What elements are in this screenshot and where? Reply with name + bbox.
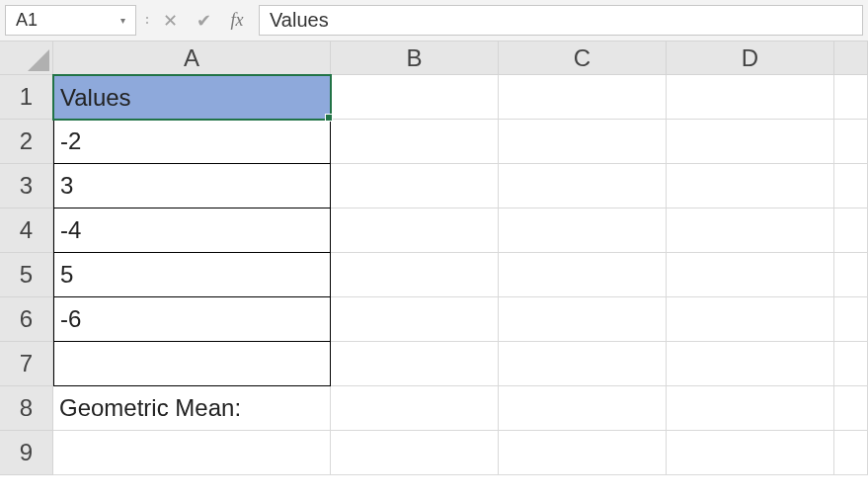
- cell-D9[interactable]: [667, 431, 834, 475]
- row-header-2[interactable]: 2: [0, 120, 53, 164]
- row-1: 1 Values: [0, 75, 868, 120]
- cell-E9[interactable]: [834, 431, 868, 475]
- cell-D5[interactable]: [667, 253, 834, 297]
- spreadsheet-grid: A B C D 1 Values 2 -2 3 3 4 -4 5: [0, 42, 868, 475]
- cell-E6[interactable]: [834, 297, 868, 342]
- row-header-4[interactable]: 4: [0, 208, 53, 253]
- insert-function-button[interactable]: fx: [221, 5, 253, 37]
- cell-C8[interactable]: [499, 386, 667, 431]
- cell-A4[interactable]: -4: [53, 208, 331, 253]
- cell-E2[interactable]: [834, 120, 868, 164]
- col-header-D[interactable]: D: [667, 42, 834, 75]
- cell-E7[interactable]: [834, 342, 868, 386]
- cell-B9[interactable]: [331, 431, 499, 475]
- row-2: 2 -2: [0, 120, 868, 164]
- grip-icon: [142, 5, 152, 37]
- col-header-extra: [834, 42, 868, 75]
- cell-D4[interactable]: [667, 208, 834, 253]
- cell-B3[interactable]: [331, 164, 499, 208]
- cell-B8[interactable]: [331, 386, 499, 431]
- cell-E4[interactable]: [834, 208, 868, 253]
- cell-D8[interactable]: [667, 386, 834, 431]
- row-9: 9: [0, 431, 868, 475]
- cell-A8[interactable]: Geometric Mean:: [53, 386, 331, 431]
- formula-value: Values: [270, 9, 329, 32]
- column-header-row: A B C D: [0, 42, 868, 75]
- name-box-value: A1: [16, 10, 38, 31]
- formula-input[interactable]: Values: [259, 5, 863, 36]
- cell-C4[interactable]: [499, 208, 667, 253]
- cell-A7[interactable]: [53, 342, 331, 386]
- cell-A2[interactable]: -2: [53, 120, 331, 164]
- cell-A5[interactable]: 5: [53, 253, 331, 297]
- cell-B5[interactable]: [331, 253, 499, 297]
- cell-A9[interactable]: [53, 431, 331, 475]
- cell-B1[interactable]: [331, 75, 499, 120]
- cell-D3[interactable]: [667, 164, 834, 208]
- name-box[interactable]: A1 ▾: [5, 5, 136, 36]
- cell-B6[interactable]: [331, 297, 499, 342]
- formula-bar-buttons: ✕ ✔ fx: [136, 0, 259, 41]
- cell-B4[interactable]: [331, 208, 499, 253]
- cell-B2[interactable]: [331, 120, 499, 164]
- cell-D6[interactable]: [667, 297, 834, 342]
- cell-B7[interactable]: [331, 342, 499, 386]
- x-icon: ✕: [163, 10, 178, 32]
- row-7: 7: [0, 342, 868, 386]
- row-header-3[interactable]: 3: [0, 164, 53, 208]
- cell-C7[interactable]: [499, 342, 667, 386]
- cell-C3[interactable]: [499, 164, 667, 208]
- select-all-corner[interactable]: [0, 42, 53, 75]
- cell-A3[interactable]: 3: [53, 164, 331, 208]
- fx-icon: fx: [231, 10, 244, 31]
- cell-C5[interactable]: [499, 253, 667, 297]
- cell-D1[interactable]: [667, 75, 834, 120]
- row-8: 8 Geometric Mean:: [0, 386, 868, 431]
- col-header-C[interactable]: C: [499, 42, 667, 75]
- row-header-8[interactable]: 8: [0, 386, 53, 431]
- row-4: 4 -4: [0, 208, 868, 253]
- cell-E1[interactable]: [834, 75, 868, 120]
- row-5: 5 5: [0, 253, 868, 297]
- cell-D7[interactable]: [667, 342, 834, 386]
- row-header-9[interactable]: 9: [0, 431, 53, 475]
- col-header-B[interactable]: B: [331, 42, 499, 75]
- chevron-down-icon[interactable]: ▾: [120, 15, 125, 26]
- check-icon: ✔: [197, 10, 211, 32]
- cell-E5[interactable]: [834, 253, 868, 297]
- cell-A6[interactable]: -6: [53, 297, 331, 342]
- cell-D2[interactable]: [667, 120, 834, 164]
- row-header-5[interactable]: 5: [0, 253, 53, 297]
- cell-E8[interactable]: [834, 386, 868, 431]
- cell-E3[interactable]: [834, 164, 868, 208]
- cell-A1[interactable]: Values: [53, 75, 331, 120]
- cell-C6[interactable]: [499, 297, 667, 342]
- confirm-button[interactable]: ✔: [188, 5, 219, 37]
- cell-C1[interactable]: [499, 75, 667, 120]
- cell-C9[interactable]: [499, 431, 667, 475]
- cancel-button[interactable]: ✕: [154, 5, 186, 37]
- row-header-6[interactable]: 6: [0, 297, 53, 342]
- row-6: 6 -6: [0, 297, 868, 342]
- row-header-7[interactable]: 7: [0, 342, 53, 386]
- formula-bar: A1 ▾ ✕ ✔ fx Values: [0, 0, 868, 42]
- row-header-1[interactable]: 1: [0, 75, 53, 120]
- cell-C2[interactable]: [499, 120, 667, 164]
- col-header-A[interactable]: A: [53, 42, 331, 75]
- row-3: 3 3: [0, 164, 868, 208]
